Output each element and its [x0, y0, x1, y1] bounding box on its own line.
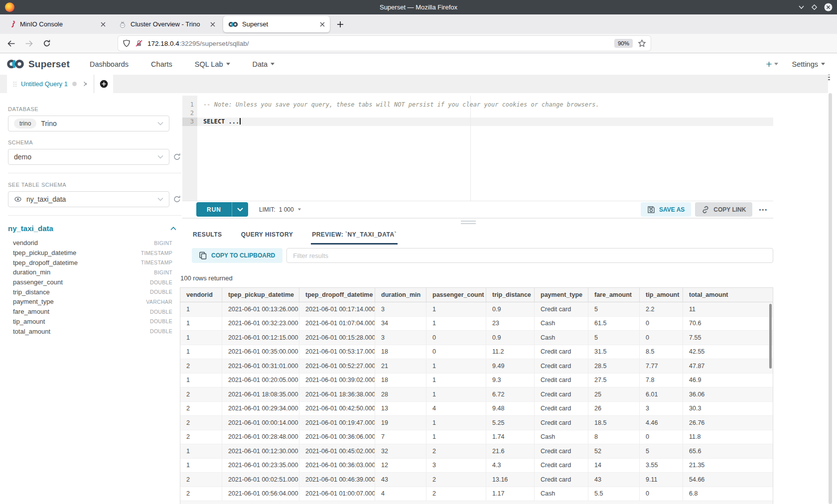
table-cell: 3.55	[640, 459, 683, 473]
superset-brand[interactable]: Superset	[0, 59, 70, 70]
save-as-button[interactable]: SAVE AS	[641, 202, 691, 217]
nav-item-dashboards[interactable]: Dashboards	[90, 60, 129, 68]
pane-divider	[182, 218, 773, 219]
results-table-body: 12021-06-01 00:13:26.0002021-06-01 00:17…	[180, 302, 773, 501]
browser-tab-trino[interactable]: Cluster Overview - Trino	[114, 16, 220, 32]
nav-item-data[interactable]: Data	[253, 60, 275, 68]
reload-button[interactable]	[43, 39, 51, 47]
table-header-cell[interactable]: duration_min	[375, 288, 426, 302]
run-button[interactable]: RUN	[196, 202, 232, 217]
tab-results[interactable]: RESULTS	[192, 227, 223, 245]
table-cell: Credit card	[535, 402, 588, 416]
browser-tab-superset[interactable]: Superset	[223, 16, 330, 32]
browser-tab-minio[interactable]: MinIO Console	[4, 16, 111, 32]
settings-menu[interactable]: Settings	[792, 60, 825, 68]
table-row: 22021-06-01 00:02:51.0002021-06-01 00:46…	[180, 473, 773, 487]
table-cell: 11.2	[486, 345, 535, 359]
table-cell: 4	[375, 487, 426, 501]
refresh-table-icon[interactable]	[173, 195, 181, 204]
table-header-cell[interactable]: tpep_dropoff_datetime	[299, 288, 375, 302]
table-cell: 27.5	[588, 374, 640, 387]
zoom-level-badge[interactable]: 90%	[614, 39, 633, 48]
copy-icon	[199, 252, 207, 259]
url-bar[interactable]: 172.18.0.4:32295/superset/sqllab/ 90%	[118, 36, 651, 51]
firefox-window: Superset — Mozilla Firefox MinIO Console…	[0, 0, 837, 504]
copy-link-button[interactable]: COPY LINK	[695, 202, 752, 217]
page-scrollbar[interactable]	[829, 93, 832, 504]
table-cell: 2021-06-01 00:36:03.000	[299, 459, 375, 473]
database-select[interactable]: trino Trino	[8, 116, 169, 131]
copy-to-clipboard-button[interactable]: COPY TO CLIPBOARD	[192, 248, 282, 263]
url-text[interactable]: 172.18.0.4:32295/superset/sqllab/	[147, 40, 614, 47]
nav-item-charts[interactable]: Charts	[151, 60, 172, 68]
table-header-cell[interactable]: tip_amount	[640, 288, 683, 302]
filter-results-input[interactable]	[286, 248, 773, 263]
sql-editor[interactable]: 1 2 3 -- Note: Unless you save your quer…	[182, 96, 773, 201]
tab-query-history[interactable]: QUERY HISTORY	[240, 227, 294, 245]
caret-down-icon	[226, 63, 230, 65]
new-browser-tab-button[interactable]	[333, 17, 348, 32]
query-tab-label: Untitled Query 1	[21, 80, 68, 88]
add-new-button[interactable]: +	[766, 59, 778, 69]
table-header-cell[interactable]: payment_type	[535, 288, 588, 302]
query-tab-untitled[interactable]: Untitled Query 1	[7, 75, 93, 93]
drag-handle-icon[interactable]	[13, 82, 16, 87]
new-query-tab-button[interactable]	[95, 75, 113, 93]
table-cell: 9.49	[486, 359, 535, 373]
table-cell: 2021-06-01 00:17:14.000	[299, 302, 375, 316]
table-cell: 11.8	[683, 430, 773, 444]
table-cell: 2021-06-01 01:07:04.000	[299, 317, 375, 331]
table-scrollbar[interactable]	[769, 304, 772, 369]
column-name: vendorid	[13, 239, 38, 247]
table-cell: 31.5	[588, 345, 640, 359]
table-cell: 2	[180, 387, 222, 401]
caret-down-icon	[271, 63, 275, 65]
schema-select[interactable]: demo	[8, 149, 169, 165]
table-cell: 3	[640, 402, 683, 416]
table-cell: 23	[486, 317, 535, 331]
bookmark-star-icon[interactable]	[638, 39, 646, 47]
insecure-connection-lock-icon[interactable]	[135, 39, 143, 47]
table-cell: 54.66	[683, 473, 773, 487]
table-header-cell[interactable]: trip_distance	[486, 288, 535, 302]
table-header-cell[interactable]: passenger_count	[426, 288, 486, 302]
limit-control[interactable]: LIMIT: 1 000	[259, 206, 301, 213]
tab-close-icon[interactable]	[210, 22, 215, 27]
window-minimize-icon[interactable]	[798, 4, 805, 10]
tracking-protection-shield-icon[interactable]	[123, 39, 131, 47]
table-cell: 47.87	[683, 359, 773, 373]
query-tab-close-icon[interactable]	[81, 81, 87, 87]
table-cell: 1	[426, 387, 486, 401]
table-cell: 2021-06-01 18:36:38.000	[299, 387, 375, 401]
nav-item-sql-lab[interactable]: SQL Lab	[195, 60, 230, 68]
run-options-button[interactable]	[232, 202, 248, 217]
editor-code[interactable]: -- Note: Unless you save your query, the…	[203, 101, 773, 126]
sidebar-divider	[8, 215, 181, 216]
table-cell: 2	[180, 487, 222, 501]
table-select[interactable]: ny_taxi_data	[8, 191, 169, 207]
tab-preview-ny-taxi-data[interactable]: PREVIEW: `NY_TAXI_DATA`	[311, 227, 398, 245]
refresh-schema-icon[interactable]	[173, 153, 181, 161]
results-tabbar: RESULTS QUERY HISTORY PREVIEW: `NY_TAXI_…	[192, 227, 398, 245]
table-cell: 32	[375, 444, 426, 458]
table-cell: 2	[426, 487, 486, 501]
more-actions-button[interactable]: •••	[756, 207, 770, 213]
window-close-icon[interactable]	[824, 3, 833, 11]
tab-close-icon[interactable]	[320, 22, 325, 27]
collapse-chevron-up-icon[interactable]	[170, 227, 176, 231]
pane-resize-handle[interactable]	[461, 221, 476, 226]
table-cell: 1	[180, 459, 222, 473]
back-button[interactable]	[7, 40, 15, 47]
tab-close-icon[interactable]	[101, 22, 106, 27]
table-cell: Cash	[535, 487, 588, 501]
table-schema-title[interactable]: ny_taxi_data	[8, 224, 53, 233]
table-cell: 1	[426, 430, 486, 444]
table-header-cell[interactable]: vendorid	[180, 288, 222, 302]
table-header-cell[interactable]: total_amount	[683, 288, 773, 302]
table-header-cell[interactable]: fare_amount	[588, 288, 640, 302]
table-header-cell[interactable]: tpep_pickup_datetime	[222, 288, 299, 302]
window-maximize-icon[interactable]	[811, 4, 818, 10]
superset-navbar: Superset Dashboards Charts SQL Lab Data …	[0, 53, 837, 75]
table-cell: 4.46	[640, 416, 683, 430]
forward-button[interactable]	[25, 40, 33, 47]
